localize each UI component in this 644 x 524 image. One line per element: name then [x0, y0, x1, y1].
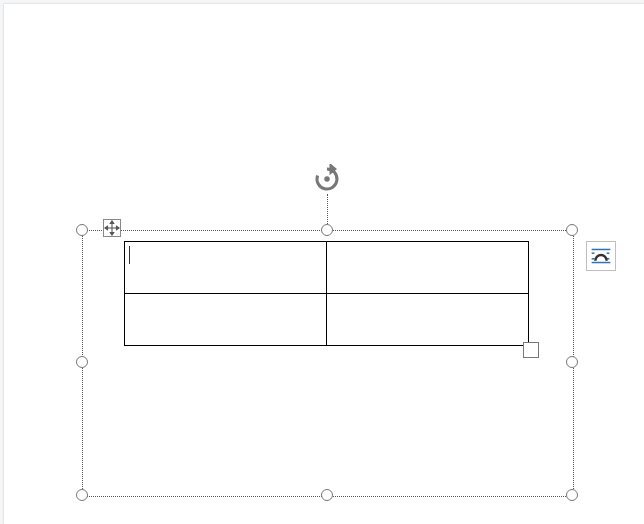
handle-ne[interactable] — [566, 224, 578, 236]
handle-sw[interactable] — [76, 489, 88, 501]
document-page[interactable] — [4, 4, 644, 524]
table-cell[interactable] — [327, 294, 529, 346]
handle-e[interactable] — [566, 356, 578, 368]
svg-marker-3 — [110, 221, 114, 224]
rotate-icon[interactable] — [312, 164, 342, 194]
table-cell[interactable] — [125, 242, 327, 294]
table-cell[interactable] — [125, 294, 327, 346]
svg-marker-4 — [110, 232, 114, 235]
handle-se[interactable] — [566, 489, 578, 501]
text-caret — [129, 246, 130, 264]
svg-point-0 — [324, 176, 330, 182]
handle-nw[interactable] — [76, 224, 88, 236]
table-resize-handle[interactable] — [523, 342, 539, 358]
inserted-table[interactable] — [124, 241, 529, 346]
svg-marker-5 — [105, 226, 108, 230]
handle-w[interactable] — [76, 356, 88, 368]
svg-marker-6 — [116, 226, 119, 230]
handle-s[interactable] — [321, 489, 333, 501]
move-icon[interactable] — [103, 219, 121, 237]
handle-n[interactable] — [321, 224, 333, 236]
layout-options-icon[interactable] — [586, 241, 616, 271]
table-cell[interactable] — [327, 242, 529, 294]
